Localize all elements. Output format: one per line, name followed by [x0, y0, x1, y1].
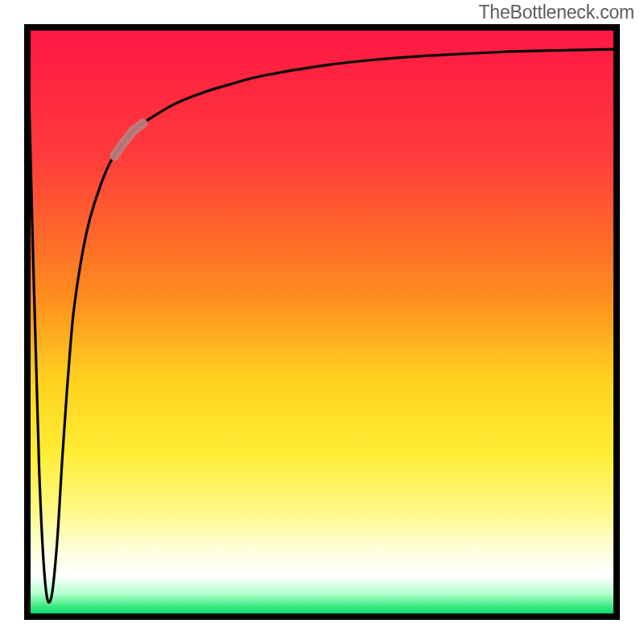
plot-svg — [24, 24, 620, 620]
chart-container: TheBottleneck.com — [0, 0, 644, 644]
svg-rect-0 — [27, 27, 617, 617]
plot-area — [24, 24, 620, 620]
attribution-label: TheBottleneck.com — [479, 2, 634, 23]
